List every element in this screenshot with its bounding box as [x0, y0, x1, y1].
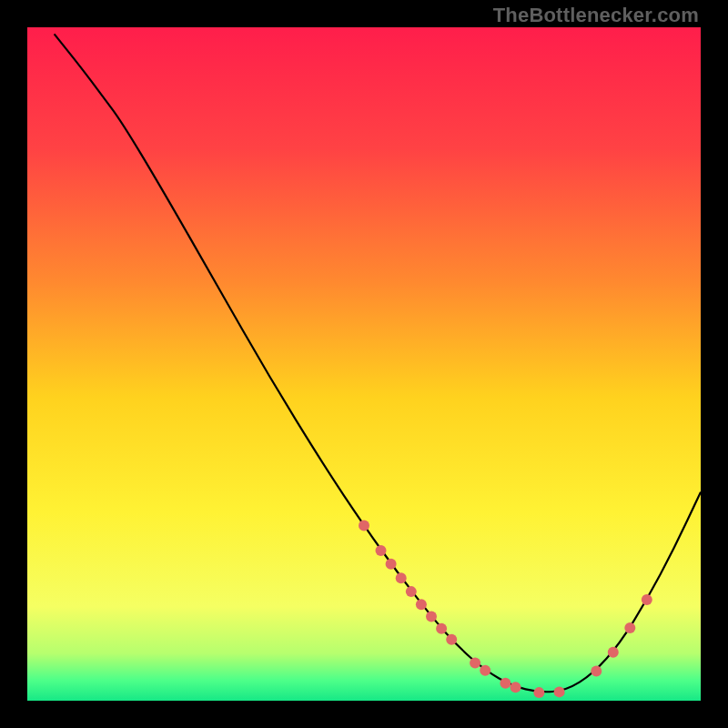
data-marker: [426, 612, 437, 622]
data-marker: [500, 678, 511, 689]
data-marker: [359, 521, 369, 531]
data-marker: [533, 687, 544, 698]
data-marker: [386, 559, 397, 570]
data-marker: [608, 647, 619, 658]
data-marker: [642, 594, 652, 605]
data-marker: [591, 665, 602, 676]
data-marker: [470, 658, 480, 669]
data-marker: [511, 682, 521, 693]
data-marker: [436, 623, 447, 634]
data-marker: [446, 634, 457, 645]
data-marker: [416, 599, 427, 610]
data-marker: [624, 622, 635, 633]
bottleneck-chart: [27, 27, 701, 701]
data-marker: [376, 545, 387, 556]
chart-background: [27, 27, 701, 701]
data-marker: [406, 586, 417, 597]
watermark-text: TheBottlenecker.com: [493, 4, 699, 27]
data-marker: [554, 686, 565, 697]
data-marker: [480, 665, 490, 676]
data-marker: [396, 572, 407, 583]
chart-frame: [27, 27, 701, 701]
